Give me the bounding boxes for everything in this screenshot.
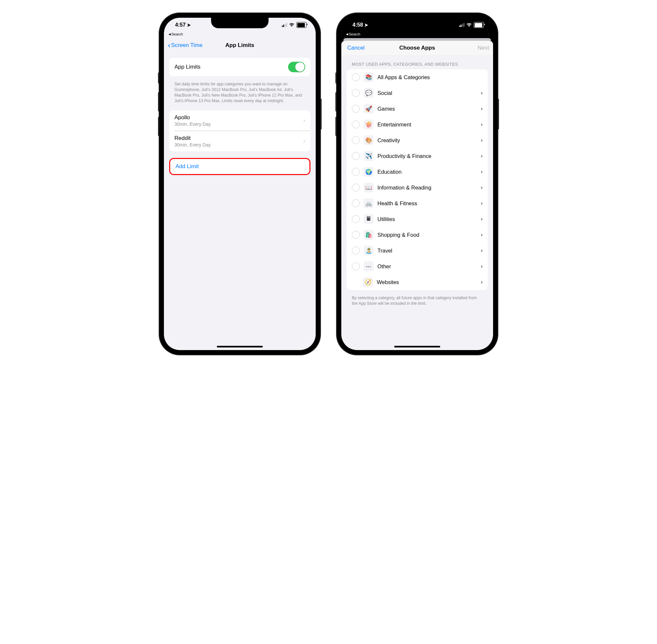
category-row[interactable]: ✈️Productivity & Finance› [346,148,488,164]
category-row[interactable]: 💬Social› [346,85,488,101]
category-row[interactable]: 📚All Apps & Categories [346,69,488,85]
modal-sheet: Cancel Choose Apps Next MOST USED APPS, … [341,41,493,350]
chevron-right-icon: › [481,279,482,285]
category-icon: 🌍 [364,167,373,177]
toggle-label: App Limits [175,64,288,70]
category-row[interactable]: 🌍Education› [346,164,488,180]
category-row[interactable]: 🧭Websites› [346,274,488,290]
radio-unselected-icon[interactable] [352,168,360,176]
category-label: Social [378,90,481,96]
radio-unselected-icon[interactable] [352,231,360,239]
breadcrumb-label: Search [349,32,360,36]
categories-list: 📚All Apps & Categories💬Social›🚀Games›🍿En… [346,69,488,290]
home-indicator[interactable] [394,346,440,347]
radio-unselected-icon[interactable] [352,262,360,270]
app-limits-toggle-row[interactable]: App Limits [169,58,311,76]
category-label: Information & Reading [378,185,481,191]
location-icon: ➤ [364,22,368,28]
chevron-right-icon: › [481,263,482,269]
limit-name: Apollo [175,114,303,121]
back-button[interactable]: ‹ Screen Time [168,41,202,49]
category-label: Other [378,263,481,270]
content-area: App Limits Set daily time limits for app… [164,52,316,350]
limit-name: Reddit [175,135,303,141]
category-row[interactable]: 🚲Health & Fitness› [346,196,488,211]
category-row[interactable]: •••Other› [346,258,488,274]
cancel-button[interactable]: Cancel [345,45,365,51]
category-label: Websites [377,279,481,285]
category-icon: 💬 [364,88,373,98]
add-limit-button[interactable]: Add Limit [170,159,310,174]
category-icon: 🚀 [364,104,373,114]
breadcrumb-label: Search [172,32,183,36]
radio-unselected-icon[interactable] [352,247,360,254]
chevron-right-icon: › [481,248,482,254]
category-label: Utilities [378,216,481,222]
radio-unselected-icon[interactable] [352,136,360,144]
category-label: Travel [378,248,481,254]
category-icon: 🖩 [364,214,373,224]
highlight-annotation: Add Limit [169,158,311,175]
home-indicator[interactable] [217,346,263,347]
radio-unselected-icon[interactable] [352,105,360,113]
radio-unselected-icon[interactable] [352,184,360,191]
radio-unselected-icon[interactable] [352,152,360,160]
chevron-right-icon: › [481,90,482,96]
add-limit-label: Add Limit [176,163,199,170]
category-icon: 🏝️ [364,246,373,255]
radio-unselected-icon[interactable] [352,120,360,129]
category-row[interactable]: 🎨Creativity› [346,132,488,148]
notch [389,18,446,28]
cancel-label: Cancel [347,45,365,51]
categories-header: MOST USED APPS, CATEGORIES, AND WEBSITES [346,62,488,69]
limit-row[interactable]: Apollo30min, Every Day› [169,110,311,131]
nav-bar: ‹ Screen Time App Limits [164,38,316,52]
breadcrumb[interactable]: ◀ Search [341,32,493,38]
category-icon: 📖 [364,183,373,192]
screen-right: 4:58 ➤ ◀ Search [341,18,493,350]
category-icon: 🧭 [363,277,373,287]
chevron-right-icon: › [481,200,482,206]
status-time: 4:58 [353,22,363,28]
chevron-left-icon: ‹ [168,41,171,49]
category-label: Health & Fitness [378,200,481,207]
category-label: Productivity & Finance [378,153,481,159]
category-row[interactable]: 🖩Utilities› [346,211,488,227]
location-icon: ➤ [187,22,191,28]
cellular-signal-icon [459,23,465,27]
radio-unselected-icon[interactable] [352,73,360,81]
add-limit-group: Add Limit [170,159,310,174]
toggle-footer: Set daily time limits for app categories… [169,79,311,110]
toggle-switch[interactable] [288,62,305,72]
category-icon: ••• [364,261,373,271]
category-label: All Apps & Categories [378,74,482,80]
next-button[interactable]: Next [478,45,489,51]
modal-content: MOST USED APPS, CATEGORIES, AND WEBSITES… [341,55,493,350]
category-icon: 🍿 [364,119,373,130]
category-row[interactable]: 🛍️Shopping & Food› [346,227,488,243]
phone-left: 4:57 ➤ ◀ Search ‹ Screen Time App [159,13,320,355]
battery-icon [474,22,484,28]
limit-detail: 30min, Every Day [175,142,303,147]
chevron-right-icon: › [303,138,305,144]
category-label: Creativity [378,137,481,143]
chevron-right-icon: › [481,216,482,222]
category-row[interactable]: 📖Information & Reading› [346,180,488,196]
battery-icon [296,22,307,28]
radio-unselected-icon[interactable] [352,89,360,97]
sheet-behind [343,38,491,41]
breadcrumb[interactable]: ◀ Search [164,32,316,38]
category-row[interactable]: 🍿Entertainment› [346,117,488,132]
limits-list: Apollo30min, Every Day›Reddit30min, Ever… [169,110,311,152]
category-icon: 🎨 [364,135,373,145]
radio-unselected-icon[interactable] [352,215,360,223]
radio-unselected-icon[interactable] [352,199,360,207]
category-row[interactable]: 🚀Games› [346,101,488,117]
limit-row[interactable]: Reddit30min, Every Day› [175,131,311,152]
category-row[interactable]: 🏝️Travel› [346,243,488,258]
chevron-right-icon: › [481,137,482,143]
category-label: Shopping & Food [378,232,481,238]
wifi-icon [466,22,472,28]
category-label: Education [378,169,481,175]
cellular-signal-icon [282,23,288,27]
